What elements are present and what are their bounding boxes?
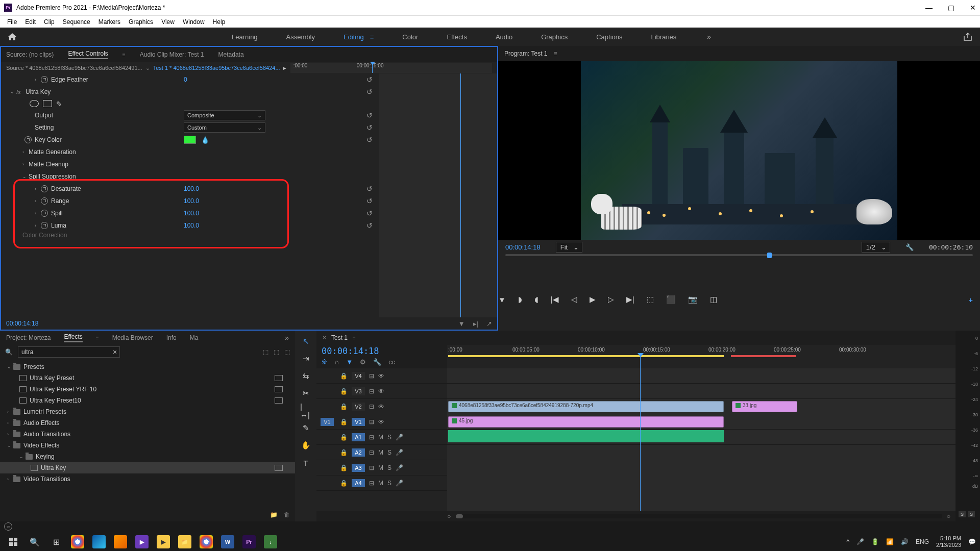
tray-mic-icon[interactable]: 🎤 bbox=[856, 538, 864, 545]
play-icon[interactable]: ▸ bbox=[283, 65, 286, 71]
taskbar-potplayer[interactable]: ▶ bbox=[154, 534, 173, 550]
menu-sequence[interactable]: Sequence bbox=[59, 18, 94, 26]
group-color-correction[interactable]: Color Correction bbox=[1, 232, 379, 239]
step-back-icon[interactable]: ◁ bbox=[571, 295, 577, 304]
timeline-timecode[interactable]: 00:00:14:18 bbox=[322, 346, 442, 356]
tab-source[interactable]: Source: (no clips) bbox=[6, 51, 54, 58]
taskbar-idm[interactable]: ↓ bbox=[261, 534, 280, 550]
tray-wifi-icon[interactable]: 📶 bbox=[886, 538, 894, 545]
reset-icon[interactable]: ↺ bbox=[366, 76, 373, 84]
color-swatch[interactable] bbox=[184, 136, 196, 144]
mark-in-icon[interactable]: ◗ bbox=[518, 295, 522, 304]
menu-window[interactable]: Window bbox=[179, 18, 209, 26]
lock-icon[interactable]: 🔒 bbox=[340, 388, 348, 395]
solo-right-button[interactable]: S bbox=[968, 511, 975, 517]
stopwatch-icon[interactable] bbox=[41, 210, 48, 217]
mask-rect-icon[interactable] bbox=[43, 100, 52, 107]
lock-icon[interactable]: 🔒 bbox=[340, 434, 348, 441]
taskbar-firefox[interactable] bbox=[111, 534, 130, 550]
sync-lock-icon[interactable]: ⊟ bbox=[369, 464, 374, 471]
work-area-bar[interactable] bbox=[448, 355, 724, 357]
prop-spill[interactable]: › Spill 100.0 ↺ bbox=[1, 207, 379, 219]
menu-markers[interactable]: Markers bbox=[94, 18, 125, 26]
sync-lock-icon[interactable]: ⊟ bbox=[369, 449, 374, 456]
record-icon[interactable]: 🎤 bbox=[396, 449, 403, 456]
fx-badge-icon[interactable]: fx bbox=[16, 89, 23, 95]
tab-info[interactable]: Info bbox=[166, 334, 177, 341]
reset-icon[interactable]: ↺ bbox=[366, 111, 373, 119]
minimize-button[interactable]: — bbox=[925, 4, 933, 12]
record-icon[interactable]: 🎤 bbox=[396, 480, 403, 487]
taskbar-edge[interactable] bbox=[90, 534, 108, 550]
tab-audio-clip-mixer[interactable]: Audio Clip Mixer: Test 1 bbox=[140, 51, 204, 58]
comparison-icon[interactable]: ◫ bbox=[710, 295, 717, 304]
solo-icon[interactable]: S bbox=[387, 480, 391, 487]
ripple-tool-icon[interactable]: ⇆ bbox=[300, 370, 311, 382]
eye-icon[interactable]: 👁 bbox=[378, 388, 384, 395]
workspace-editing-menu-icon[interactable]: ≡ bbox=[370, 33, 374, 41]
workspace-graphics[interactable]: Graphics bbox=[541, 33, 568, 41]
bypass-icon[interactable]: ▸| bbox=[473, 320, 478, 328]
go-to-out-icon[interactable]: ▶| bbox=[626, 295, 634, 304]
work-area-bar[interactable] bbox=[731, 355, 796, 357]
type-tool-icon[interactable]: T bbox=[300, 457, 311, 468]
lift-icon[interactable]: ⬚ bbox=[647, 295, 654, 304]
folder-lumetri-presets[interactable]: ›Lumetri Presets bbox=[0, 406, 295, 417]
new-bin-icon[interactable]: 📁 bbox=[270, 511, 278, 518]
taskbar-word[interactable]: W bbox=[218, 534, 237, 550]
lock-icon[interactable]: 🔒 bbox=[340, 449, 348, 456]
record-icon[interactable]: 🎤 bbox=[396, 464, 403, 471]
tab-program-menu-icon[interactable]: ≡ bbox=[553, 50, 557, 57]
reset-icon[interactable]: ↺ bbox=[366, 221, 373, 230]
filter-icon[interactable]: ▼ bbox=[458, 320, 465, 328]
lock-icon[interactable]: 🔒 bbox=[340, 480, 348, 487]
tray-clock[interactable]: 5:18 PM 2/13/2023 bbox=[936, 535, 961, 548]
timeline-ruler[interactable]: :00:00 00:00:05:00 00:00:10:00 00:00:15:… bbox=[447, 345, 955, 368]
accel-filter-icon[interactable]: ⬚ bbox=[263, 348, 268, 356]
pen-tool-icon[interactable]: ✎ bbox=[300, 422, 311, 434]
timeline-clip[interactable]: 45.jpg bbox=[448, 416, 724, 428]
solo-icon[interactable]: S bbox=[387, 434, 391, 441]
track-header-v2[interactable]: 🔒V2⊟👁 bbox=[316, 399, 447, 414]
creative-cloud-icon[interactable]: ∞ bbox=[4, 522, 12, 531]
slip-tool-icon[interactable]: |↔| bbox=[300, 405, 311, 416]
tray-language[interactable]: ENG bbox=[916, 538, 929, 545]
extract-icon[interactable]: ⬛ bbox=[666, 295, 676, 304]
eye-icon[interactable]: 👁 bbox=[378, 403, 384, 410]
settings-icon[interactable]: 🔧 bbox=[905, 243, 914, 251]
track-header-a1[interactable]: 🔒A1⊟MS🎤 bbox=[316, 430, 447, 445]
reset-icon[interactable]: ↺ bbox=[366, 197, 373, 205]
menu-file[interactable]: File bbox=[3, 18, 21, 26]
group-spill-suppression[interactable]: ⌄Spill Suppression bbox=[1, 170, 379, 183]
folder-audio-transitions[interactable]: ›Audio Transitions bbox=[0, 429, 295, 440]
timeline-zoom-scrollbar[interactable] bbox=[456, 514, 942, 518]
prop-key-color[interactable]: Key Color 💧 ↺ bbox=[1, 134, 379, 146]
eye-icon[interactable]: 👁 bbox=[378, 372, 384, 380]
preset-item[interactable]: Ultra Key Preset YRF 10 bbox=[0, 384, 295, 395]
stopwatch-icon[interactable] bbox=[41, 76, 48, 83]
close-sequence-icon[interactable]: × bbox=[323, 334, 326, 341]
mute-icon[interactable]: M bbox=[378, 434, 383, 441]
step-fwd-icon[interactable]: ▷ bbox=[608, 295, 614, 304]
tab-effect-controls[interactable]: Effect Controls bbox=[68, 50, 108, 59]
tab-effects-menu-icon[interactable]: ≡ bbox=[96, 335, 99, 341]
track-header-a2[interactable]: 🔒A2⊟MS🎤 bbox=[316, 445, 447, 460]
workspace-overflow-icon[interactable]: » bbox=[707, 33, 711, 41]
setting-dropdown[interactable]: Custom bbox=[184, 122, 265, 133]
effects-search-input[interactable] bbox=[18, 346, 120, 358]
32bit-filter-icon[interactable]: ⬚ bbox=[274, 348, 279, 356]
chevron-down-icon[interactable]: ⌄ bbox=[145, 65, 150, 71]
taskbar-chrome[interactable] bbox=[68, 534, 87, 550]
program-scrubber[interactable] bbox=[505, 254, 973, 259]
home-icon[interactable] bbox=[7, 32, 17, 41]
workspace-libraries[interactable]: Libraries bbox=[651, 33, 677, 41]
track-header-v1[interactable]: V1🔒V1⊟👁 bbox=[316, 414, 447, 430]
eye-icon[interactable]: 👁 bbox=[378, 418, 384, 425]
stopwatch-icon[interactable] bbox=[41, 185, 48, 192]
effect-ultra-key[interactable]: Ultra Key bbox=[0, 462, 295, 473]
lock-icon[interactable]: 🔒 bbox=[340, 418, 348, 425]
reset-icon[interactable]: ↺ bbox=[366, 123, 373, 132]
selection-tool-icon[interactable]: ↖ bbox=[300, 336, 311, 347]
go-to-in-icon[interactable]: |◀ bbox=[551, 295, 559, 304]
captions-icon[interactable]: cc bbox=[388, 358, 395, 366]
